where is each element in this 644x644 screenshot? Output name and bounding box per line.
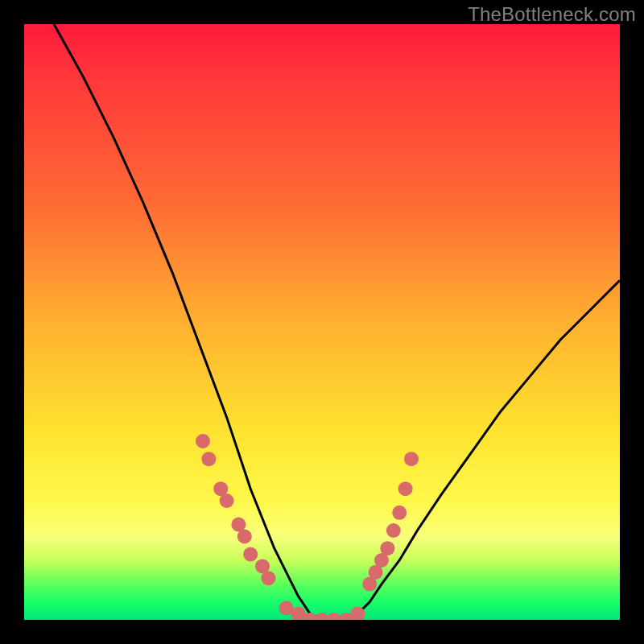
data-point xyxy=(386,523,401,538)
data-point xyxy=(243,547,258,562)
bottleneck-curve xyxy=(54,24,620,620)
data-point xyxy=(201,452,216,466)
curve-layer xyxy=(24,24,620,620)
data-point xyxy=(196,434,210,448)
data-point xyxy=(404,452,419,466)
data-point xyxy=(392,506,407,520)
data-point xyxy=(237,529,252,543)
trough-dots xyxy=(279,601,365,620)
data-point xyxy=(261,571,275,585)
data-point xyxy=(398,481,413,496)
plot-area xyxy=(24,24,620,620)
data-point xyxy=(380,541,394,555)
left-wall-dots xyxy=(196,434,275,585)
watermark-text: TheBottleneck.com xyxy=(468,3,636,26)
data-point xyxy=(220,493,234,508)
chart-frame: TheBottleneck.com xyxy=(0,0,644,644)
